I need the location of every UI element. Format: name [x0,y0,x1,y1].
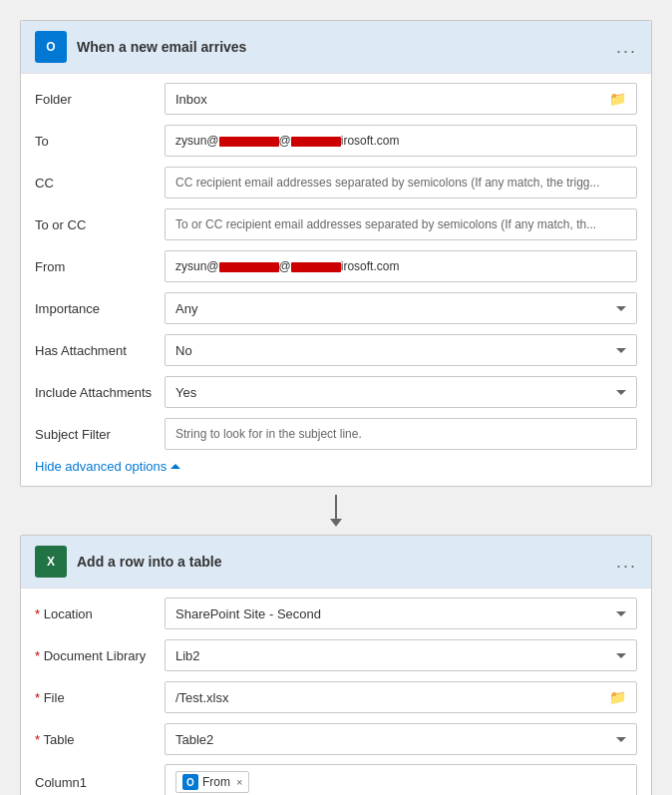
location-label: Location [35,606,165,621]
excel-card: X Add a row into a table ... Location Sh… [20,535,652,795]
to-or-cc-input[interactable]: To or CC recipient email addresses separ… [165,208,637,240]
email-card-menu[interactable]: ... [616,37,637,58]
folder-icon: 📁 [609,91,626,107]
include-attachments-value: Yes [175,385,196,400]
from-value: zysun@@irosoft.com [175,259,399,273]
table-value: Table2 [175,732,213,747]
hide-advanced-label: Hide advanced options [35,459,167,474]
importance-label: Importance [35,301,165,316]
table-chevron [616,737,626,742]
importance-chevron [616,306,626,311]
include-attachments-label: Include Attachments [35,385,165,400]
location-value: SharePoint Site - Second [175,606,321,621]
has-attachment-row: Has Attachment No [35,333,637,367]
cc-placeholder: CC recipient email addresses separated b… [175,176,626,190]
document-library-value: Lib2 [175,648,200,663]
to-or-cc-label: To or CC [35,217,165,232]
has-attachment-value: No [175,343,192,358]
include-attachments-chevron [616,390,626,395]
file-folder-icon: 📁 [609,689,626,705]
table-row: Table Table2 [35,722,637,756]
to-label: To [35,134,165,149]
column1-row: Column1 O From × [35,764,637,795]
hide-advanced-options[interactable]: Hide advanced options [35,459,637,474]
location-row: Location SharePoint Site - Second [35,596,637,630]
file-value: /Test.xlsx [175,690,228,705]
cc-input[interactable]: CC recipient email addresses separated b… [165,167,637,199]
from-row: From zysun@@irosoft.com [35,249,637,283]
importance-select[interactable]: Any [165,292,637,324]
table-label: Table [35,732,165,747]
to-value: zysun@@irosoft.com [175,134,399,148]
location-select[interactable]: SharePoint Site - Second [165,597,637,629]
folder-row: Folder Inbox 📁 [35,82,637,116]
folder-input[interactable]: Inbox 📁 [165,83,637,115]
has-attachment-select[interactable]: No [165,334,637,366]
connector-arrowhead [330,519,342,527]
document-library-select[interactable]: Lib2 [165,639,637,671]
excel-card-body: Location SharePoint Site - Second Docume… [21,589,651,795]
subject-filter-row: Subject Filter String to look for in the… [35,417,637,451]
cc-row: CC CC recipient email addresses separate… [35,166,637,199]
connector-line [335,495,337,519]
excel-icon: X [35,546,67,578]
has-attachment-label: Has Attachment [35,343,165,358]
column1-label: Column1 [35,775,165,790]
document-library-row: Document Library Lib2 [35,638,637,672]
table-select[interactable]: Table2 [165,723,637,755]
email-card: O When a new email arrives ... Folder In… [20,20,652,487]
connector-arrow [20,487,652,535]
hide-advanced-chevron [170,464,180,469]
subject-filter-placeholder: String to look for in the subject line. [175,427,626,441]
include-attachments-row: Include Attachments Yes [35,375,637,409]
has-attachment-chevron [616,348,626,353]
file-row: File /Test.xlsx 📁 [35,680,637,714]
to-row: To zysun@@irosoft.com [35,124,637,158]
column1-tag: O From × [175,771,249,793]
from-input[interactable]: zysun@@irosoft.com [165,250,637,282]
location-chevron [616,611,626,616]
excel-card-header: X Add a row into a table ... [21,536,651,589]
column1-tag-close[interactable]: × [236,776,242,788]
to-input[interactable]: zysun@@irosoft.com [165,125,637,157]
excel-card-menu[interactable]: ... [616,552,637,573]
outlook-icon: O [35,31,67,63]
file-input[interactable]: /Test.xlsx 📁 [165,681,637,713]
folder-label: Folder [35,92,165,107]
excel-card-title: Add a row into a table [77,554,616,570]
cc-label: CC [35,176,165,191]
column1-input[interactable]: O From × [165,764,637,795]
column1-tag-icon: O [182,774,198,790]
folder-value: Inbox [175,92,609,107]
subject-filter-input[interactable]: String to look for in the subject line. [165,418,637,450]
email-card-body: Folder Inbox 📁 To zysun@@irosoft.com CC … [21,74,651,486]
importance-row: Importance Any [35,291,637,325]
subject-filter-label: Subject Filter [35,427,165,442]
to-or-cc-placeholder: To or CC recipient email addresses separ… [175,217,626,231]
to-or-cc-row: To or CC To or CC recipient email addres… [35,207,637,241]
from-label: From [35,259,165,274]
include-attachments-select[interactable]: Yes [165,376,637,408]
file-label: File [35,690,165,705]
column1-tag-label: From [202,775,230,789]
importance-value: Any [175,301,197,316]
document-library-label: Document Library [35,648,165,663]
document-library-chevron [616,653,626,658]
email-card-title: When a new email arrives [77,39,616,55]
email-card-header: O When a new email arrives ... [21,21,651,74]
